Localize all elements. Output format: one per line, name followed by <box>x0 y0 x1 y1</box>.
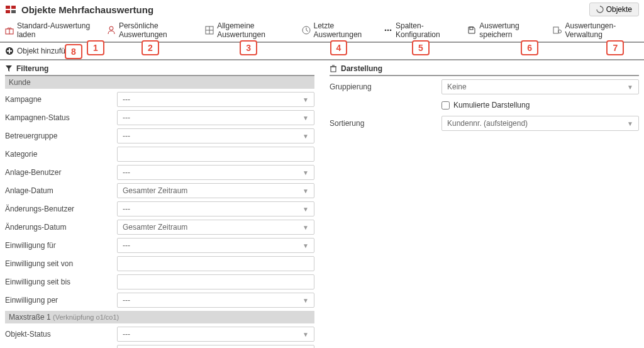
svg-rect-2 <box>6 10 10 13</box>
trash-icon <box>330 65 337 72</box>
allgemeine-auswertungen[interactable]: Allgemeine Auswertungen 3 <box>205 21 290 39</box>
objekt-status-select[interactable]: ---▼ <box>117 327 314 342</box>
callout-7: 7 <box>606 40 624 55</box>
person-icon <box>107 26 116 35</box>
aenderungs-benutzer-select[interactable]: ---▼ <box>117 201 314 216</box>
chevron-down-icon: ▼ <box>303 115 309 121</box>
kumulierte-darstellung-checkbox[interactable]: Kumulierte Darstellung <box>441 101 639 109</box>
darstellung-title: Darstellung <box>341 64 382 73</box>
filterung-title: Filterung <box>16 64 48 73</box>
group-kunde: Kunde <box>5 76 314 89</box>
chevron-down-icon: ▼ <box>303 133 309 140</box>
callout-5: 5 <box>412 40 430 55</box>
persoenliche-auswertungen[interactable]: Persönliche Auswertungen 2 <box>107 21 194 39</box>
callout-6: 6 <box>521 40 538 55</box>
gruppierung-label: Gruppierung <box>330 82 441 91</box>
einwilligung-seit-bis-label: Einwilligung seit bis <box>5 278 117 286</box>
svg-rect-1 <box>11 6 16 9</box>
manage-icon <box>553 26 562 35</box>
objekte-button[interactable]: Objekte <box>589 3 639 16</box>
auswertungen-verwaltung[interactable]: Auswertungen-Verwaltung 7 <box>553 21 639 39</box>
callout-2: 2 <box>142 40 159 55</box>
einwilligung-per-select[interactable]: ---▼ <box>117 293 314 308</box>
einwilligung-fuer-label: Einwilligung für <box>5 241 117 250</box>
svg-rect-16 <box>470 27 473 30</box>
gruppierung-select[interactable]: Keine▼ <box>441 79 639 94</box>
kategorie-input[interactable] <box>117 147 314 162</box>
chevron-down-icon: ▼ <box>303 96 309 103</box>
letzte-auswertungen[interactable]: Letzte Auswertungen 4 <box>302 21 372 39</box>
dots-icon <box>384 26 392 35</box>
einwilligung-seit-bis-input[interactable] <box>117 274 314 289</box>
sortierung-select[interactable]: Kundennr. (aufsteigend)▼ <box>441 116 639 131</box>
objekt-anlage-benutzer-select[interactable]: ---▼ <box>117 345 314 348</box>
svg-point-14 <box>387 30 389 31</box>
aenderungs-benutzer-label: Änderungs-Benutzer <box>5 205 117 213</box>
chevron-down-icon: ▼ <box>303 169 309 176</box>
plus-circle-icon <box>5 47 14 55</box>
einwilligung-seit-von-label: Einwilligung seit von <box>5 259 117 268</box>
chevron-down-icon: ▼ <box>303 242 309 249</box>
chevron-down-icon: ▼ <box>627 84 633 91</box>
callout-4: 4 <box>330 40 348 55</box>
betreuergruppe-select[interactable]: ---▼ <box>117 128 314 143</box>
anlage-benutzer-select[interactable]: ---▼ <box>117 165 314 180</box>
chevron-down-icon: ▼ <box>627 120 633 127</box>
einwilligung-per-label: Einwilligung per <box>5 296 117 305</box>
save-icon <box>467 26 476 35</box>
callout-3: 3 <box>240 40 257 55</box>
svg-line-12 <box>306 30 308 31</box>
clock-icon <box>302 26 311 35</box>
einwilligung-fuer-select[interactable]: ---▼ <box>117 238 314 253</box>
aenderungs-datum-select[interactable]: Gesamter Zeitraum▼ <box>117 220 314 235</box>
betreuergruppe-label: Betreuergruppe <box>5 132 117 140</box>
callout-8: 8 <box>65 44 82 59</box>
chevron-down-icon: ▼ <box>303 224 309 231</box>
auswertung-speichern[interactable]: Auswertung speichern 6 <box>467 21 541 39</box>
aenderungs-datum-label: Änderungs-Datum <box>5 223 117 232</box>
svg-rect-0 <box>6 6 10 9</box>
kampagne-select[interactable]: ---▼ <box>117 92 314 107</box>
chevron-down-icon: ▼ <box>303 331 309 338</box>
svg-rect-17 <box>553 27 558 33</box>
spalten-konfiguration[interactable]: Spalten-Konfiguration 5 <box>384 21 456 39</box>
kampagnen-status-label: Kampagnen-Status <box>5 113 117 122</box>
anlage-datum-label: Anlage-Datum <box>5 186 117 195</box>
chevron-down-icon: ▼ <box>303 206 309 213</box>
objekt-status-label: Objekt-Status <box>5 330 117 339</box>
page-title: Objekte Mehrfachauswertung <box>21 4 153 15</box>
gift-icon <box>5 26 14 35</box>
anlage-benutzer-label: Anlage-Benutzer <box>5 168 117 177</box>
svg-rect-22 <box>331 67 336 72</box>
group-maxstrasse: Maxstraße 1 (Verknüpfung o1/co1) <box>5 311 314 323</box>
anlage-datum-select[interactable]: Gesamter Zeitraum▼ <box>117 183 314 198</box>
chevron-down-icon: ▼ <box>303 297 309 304</box>
kumulierte-checkbox-input[interactable] <box>441 101 450 109</box>
svg-point-15 <box>390 30 392 31</box>
svg-point-13 <box>385 30 387 31</box>
svg-rect-3 <box>11 10 16 13</box>
refresh-icon <box>596 6 604 13</box>
svg-point-6 <box>109 26 113 30</box>
kampagne-label: Kampagne <box>5 95 117 104</box>
einwilligung-seit-von-input[interactable] <box>117 256 314 271</box>
filter-icon <box>5 65 13 72</box>
kampagnen-status-select[interactable]: ---▼ <box>117 110 314 125</box>
standard-auswertung-laden[interactable]: Standard-Auswertung laden 1 <box>5 21 96 39</box>
app-icon <box>5 4 16 15</box>
objekt-hinzufuegen[interactable]: Objekt hinzufügen 8 <box>5 47 78 55</box>
callout-1: 1 <box>87 40 104 55</box>
sortierung-label: Sortierung <box>330 119 441 128</box>
kategorie-label: Kategorie <box>5 150 117 159</box>
chevron-down-icon: ▼ <box>303 188 309 194</box>
grid-icon <box>205 26 214 35</box>
